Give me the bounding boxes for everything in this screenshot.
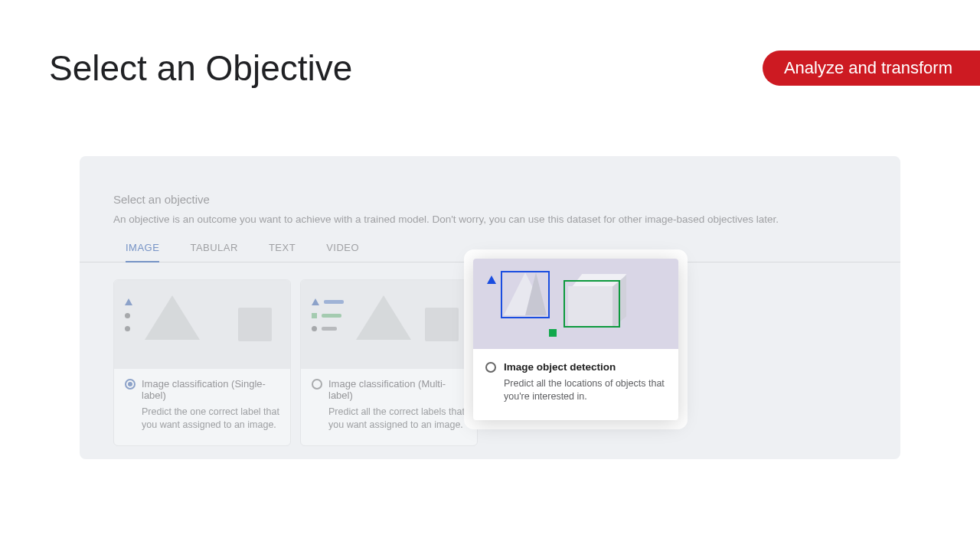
tab-image[interactable]: IMAGE xyxy=(126,242,159,262)
card-illustration xyxy=(114,280,290,369)
card-illustration xyxy=(301,280,477,369)
card-image-object-detection[interactable]: Image object detection Predict all the l… xyxy=(473,259,678,420)
square-icon xyxy=(549,329,557,337)
card-title: Image object detection xyxy=(504,361,616,373)
card-image-classification-single[interactable]: Image classification (Single-label) Pred… xyxy=(113,279,291,446)
card-title: Image classification (Multi-label) xyxy=(328,378,466,401)
card-title: Image classification (Single-label) xyxy=(142,378,279,401)
triangle-icon xyxy=(125,298,132,305)
page-title: Select an Objective xyxy=(49,47,352,89)
dot-icon xyxy=(125,313,130,318)
card-illustration xyxy=(473,259,678,349)
triangle-icon xyxy=(312,298,319,305)
card-description: Predict all the locations of objects tha… xyxy=(504,377,666,403)
card-description: Predict all the correct labels that you … xyxy=(328,406,466,432)
bounding-box-icon xyxy=(564,280,620,328)
triangle-icon xyxy=(487,276,496,284)
bounding-box-icon xyxy=(501,271,550,318)
tab-text[interactable]: TEXT xyxy=(269,242,296,262)
dialog-description: An objective is an outcome you want to a… xyxy=(113,214,867,225)
card-description: Predict the one correct label that you w… xyxy=(142,406,279,432)
dot-icon xyxy=(312,326,317,331)
radio-icon[interactable] xyxy=(125,379,136,390)
radio-icon[interactable] xyxy=(485,362,496,373)
card-image-classification-multi[interactable]: Image classification (Multi-label) Predi… xyxy=(300,279,478,446)
square-icon xyxy=(312,313,317,318)
stage-banner: Analyze and transform xyxy=(763,51,980,86)
tab-video[interactable]: VIDEO xyxy=(326,242,359,262)
tab-tabular[interactable]: TABULAR xyxy=(190,242,238,262)
dot-icon xyxy=(125,326,130,331)
dialog-title: Select an objective xyxy=(113,193,867,206)
radio-icon[interactable] xyxy=(312,379,322,390)
